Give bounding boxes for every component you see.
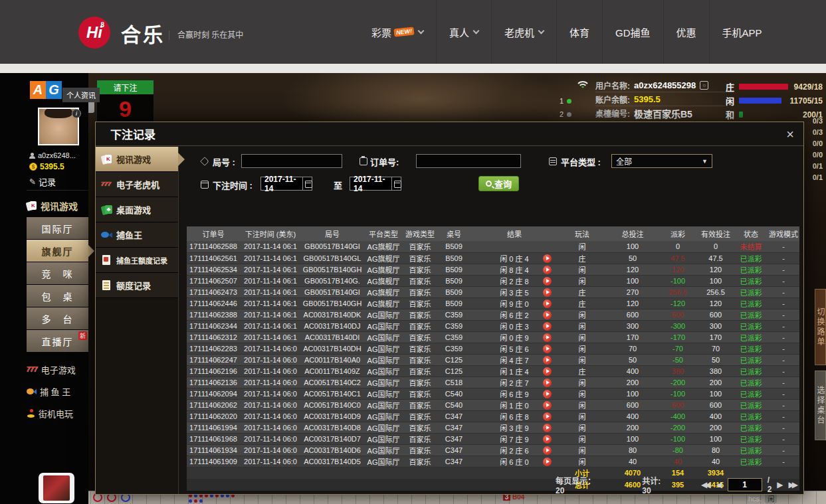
prev-page-button[interactable]: ◀ bbox=[716, 480, 722, 489]
last-page-button[interactable]: ▶▶ bbox=[789, 480, 798, 489]
nav-item-gd-fishing[interactable]: GD捕鱼 bbox=[602, 0, 663, 64]
mobile-preview-thumbnail[interactable] bbox=[39, 473, 74, 503]
nav-item-mobile-app[interactable]: 手机APP bbox=[709, 0, 775, 64]
cell-valid: 120 bbox=[697, 297, 734, 309]
line-number[interactable]: 1 bbox=[560, 97, 564, 105]
replay-icon[interactable] bbox=[543, 390, 552, 398]
cell-time: 2017-11-14 06:1 bbox=[240, 275, 301, 286]
replay-icon[interactable] bbox=[543, 446, 552, 455]
tab-credit-records[interactable]: 额度记录 bbox=[96, 273, 178, 298]
cell-game: 百家乐 bbox=[403, 444, 437, 456]
ag-logo[interactable]: A G bbox=[30, 81, 62, 99]
replay-icon[interactable] bbox=[543, 356, 552, 365]
replay-icon[interactable] bbox=[543, 345, 552, 353]
sidebar-item-private-table[interactable]: 包 桌 bbox=[27, 285, 88, 307]
replay-icon[interactable] bbox=[543, 458, 552, 466]
cell-payout: -400 bbox=[659, 410, 697, 422]
balance-value: 5395.5 bbox=[634, 94, 661, 104]
cell-time: 2017-11-14 06:0 bbox=[240, 377, 301, 388]
bet-records-modal: 下注记录 × 视讯游戏 777电子老虎机 桌面游戏 捕鱼王 捕鱼王额度记录 额度… bbox=[95, 122, 804, 495]
cell-result: 闲 1 庄 0 bbox=[471, 399, 558, 410]
replay-icon[interactable] bbox=[543, 367, 552, 376]
replay-icon[interactable] bbox=[543, 277, 552, 286]
replay-icon[interactable] bbox=[543, 333, 552, 342]
replay-icon[interactable] bbox=[543, 322, 552, 331]
tab-electronic-slots[interactable]: 777电子老虎机 bbox=[96, 172, 178, 197]
calendar-icon[interactable] bbox=[391, 177, 401, 190]
cell-bet: 70 bbox=[607, 343, 659, 354]
cell-status: 已派彩 bbox=[734, 388, 768, 399]
cell-table: B509 bbox=[437, 275, 471, 286]
sidebar-item-international-hall[interactable]: 国际厅 bbox=[27, 217, 88, 239]
replay-icon[interactable] bbox=[543, 412, 552, 421]
cell-order: 171114062534 bbox=[187, 264, 240, 275]
cell-bet: 200 bbox=[607, 377, 659, 388]
records-button[interactable]: ✎ 记录 bbox=[29, 175, 56, 188]
profile-tooltip[interactable]: 个人资讯 bbox=[62, 88, 100, 102]
calendar-icon[interactable] bbox=[302, 177, 312, 190]
cell-table: C347 bbox=[437, 410, 471, 422]
sidebar-item-bid-hall[interactable]: 竞 咪 bbox=[27, 262, 88, 284]
replay-icon[interactable] bbox=[543, 401, 552, 410]
page-input[interactable] bbox=[728, 478, 762, 491]
brand-logo-icon[interactable]: Hi8 bbox=[78, 17, 110, 48]
nav-item-sports[interactable]: 体育 bbox=[556, 0, 602, 64]
tab-fishing-king[interactable]: 捕鱼王 bbox=[96, 222, 178, 248]
cell-status: 已派彩 bbox=[734, 320, 768, 331]
info-icon[interactable]: i bbox=[72, 109, 81, 118]
cell-bet: 50 bbox=[607, 354, 659, 365]
replay-icon[interactable] bbox=[543, 311, 552, 319]
cell-play: 闲 bbox=[558, 422, 607, 433]
tab-fishing-credit-records[interactable]: 捕鱼王额度记录 bbox=[96, 248, 178, 273]
date-to-field[interactable]: 2017-11-14 bbox=[350, 177, 401, 191]
column-header: 有效投注 bbox=[697, 226, 734, 241]
sidebar-item-electronic-games[interactable]: 777电子游戏 bbox=[27, 359, 88, 380]
replay-icon[interactable] bbox=[543, 266, 552, 274]
sidebar-item-video-games[interactable]: 视讯游戏 bbox=[27, 197, 88, 215]
nav-item-promo[interactable]: 优惠 bbox=[663, 0, 709, 64]
close-icon[interactable]: × bbox=[786, 127, 794, 141]
column-header: 订单号 bbox=[187, 226, 240, 241]
cell-order: 171114062473 bbox=[187, 286, 240, 297]
cell-mode: - bbox=[768, 399, 799, 410]
date-from-field[interactable]: 2017-11-14 bbox=[260, 177, 312, 191]
search-button[interactable]: 查询 bbox=[478, 176, 519, 191]
sidebar-item-fishing-king[interactable]: 捕 鱼 王 bbox=[27, 380, 88, 402]
replay-icon[interactable] bbox=[543, 378, 552, 387]
sidebar-item-live-hall[interactable]: 直播厅新 bbox=[27, 330, 88, 352]
replay-icon[interactable] bbox=[543, 435, 552, 444]
cell-valid: 600 bbox=[697, 399, 734, 410]
cell-bet: 400 bbox=[607, 365, 659, 377]
sidebar-item-arcade[interactable]: 街机电玩 bbox=[27, 402, 88, 424]
cell-payout: -50 bbox=[659, 354, 697, 365]
edge-tab-roadmap[interactable]: 切换路单 bbox=[815, 289, 826, 365]
nav-item-live[interactable]: 真人 bbox=[436, 0, 491, 64]
cell-platform: AG旗舰厅 bbox=[363, 275, 403, 286]
brand-name[interactable]: 合乐 bbox=[121, 19, 165, 48]
first-page-button[interactable]: ◀◀ bbox=[701, 480, 710, 489]
tab-video-games[interactable]: 视讯游戏 bbox=[96, 147, 178, 172]
nav-item-slots[interactable]: 老虎机 bbox=[491, 0, 556, 64]
tab-table-games[interactable]: 桌面游戏 bbox=[96, 197, 178, 222]
cell-order: 171114061909 bbox=[187, 456, 240, 467]
edge-tab-table-select[interactable]: 选择桌台 bbox=[815, 371, 826, 440]
id-card-icon[interactable]: ○ bbox=[700, 81, 708, 90]
sidebar-item-flagship-hall[interactable]: 旗舰厅 bbox=[27, 240, 88, 262]
line-number[interactable]: 2 bbox=[560, 110, 564, 118]
platform-select[interactable]: 全部 ▼ bbox=[611, 154, 712, 168]
round-input[interactable] bbox=[241, 154, 342, 168]
username: a0zx6248... bbox=[38, 151, 76, 159]
sidebar-item-multi-table[interactable]: 多 台 bbox=[27, 307, 88, 329]
replay-icon[interactable] bbox=[543, 288, 552, 297]
replay-icon[interactable] bbox=[543, 424, 552, 432]
username-label: 用户名称: bbox=[595, 80, 630, 91]
nav-item-lottery[interactable]: 彩票NEW! bbox=[359, 0, 436, 64]
replay-icon[interactable] bbox=[543, 299, 552, 308]
cell-round: GB00517B140GI bbox=[301, 286, 363, 297]
cell-result: 闲 6 庄 0 bbox=[471, 456, 558, 467]
replay-icon[interactable] bbox=[543, 254, 552, 263]
cell-round: AC00317B140DH bbox=[301, 343, 363, 354]
cell-play: 闲 bbox=[558, 264, 607, 275]
order-input[interactable] bbox=[416, 154, 521, 168]
next-page-button[interactable]: ▶ bbox=[777, 480, 783, 489]
